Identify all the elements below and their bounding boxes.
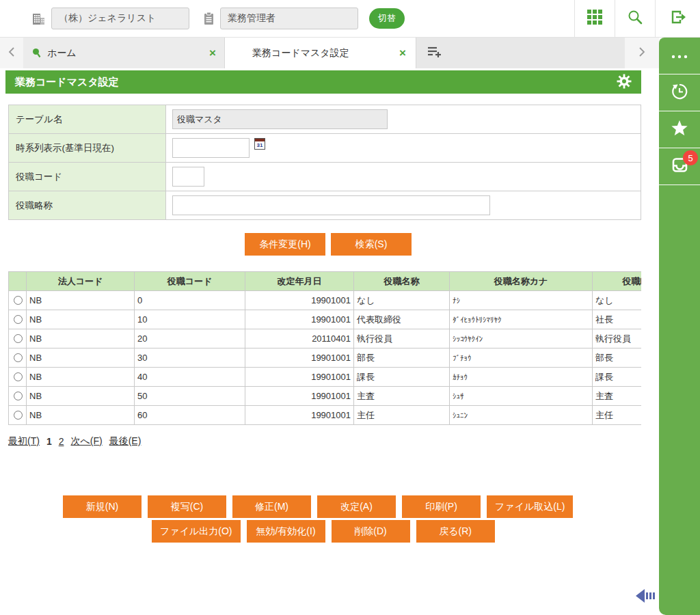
form-label: 役職略称 xyxy=(9,191,166,220)
row-select-radio[interactable] xyxy=(14,334,23,343)
search-icon xyxy=(627,9,643,28)
close-icon[interactable]: × xyxy=(399,47,406,59)
action-button[interactable]: 戻る(R) xyxy=(416,520,495,543)
cell-position-code: 50 xyxy=(135,387,245,406)
cell-corp-code: NB xyxy=(27,348,135,368)
action-button[interactable]: ファイル出力(O) xyxy=(152,520,241,543)
collapse-panel-button[interactable] xyxy=(634,588,658,606)
form-row: 時系列表示(基準日現在) 31 xyxy=(9,134,641,163)
history-icon xyxy=(670,82,689,104)
page-2-link[interactable]: 2 xyxy=(59,436,64,447)
form-value-cell xyxy=(166,163,641,191)
tab-home[interactable]: ホーム × xyxy=(23,38,225,68)
row-select-cell xyxy=(9,291,27,310)
calendar-icon[interactable]: 31 xyxy=(254,138,265,150)
row-select-radio[interactable] xyxy=(14,411,23,420)
action-button[interactable]: 複写(C) xyxy=(148,495,226,518)
cell-position-abbr: 部長 xyxy=(593,348,642,368)
cell-position-abbr: 主査 xyxy=(593,387,642,406)
position-code-input[interactable] xyxy=(172,167,204,187)
table-row: NB1019901001代表取締役ﾀﾞｲﾋｮｳﾄﾘｼﾏﾘﾔｸ社長 xyxy=(9,310,642,329)
action-button[interactable]: 改定(A) xyxy=(317,495,396,518)
column-header-5: 役職略称 xyxy=(593,272,642,291)
cell-revision-date: 19901001 xyxy=(245,368,354,387)
cell-position-code: 10 xyxy=(135,310,245,329)
history-button[interactable] xyxy=(659,74,700,111)
action-button[interactable]: 新規(N) xyxy=(63,495,142,518)
more-menu-button[interactable] xyxy=(659,38,700,74)
global-search-button[interactable] xyxy=(615,0,655,37)
cell-corp-code: NB xyxy=(27,291,135,310)
row-select-radio[interactable] xyxy=(14,296,23,305)
table-row: NB4019901001課長ｶﾁｮｳ課長 xyxy=(9,368,642,387)
cell-revision-date: 20110401 xyxy=(245,329,354,348)
row-select-cell xyxy=(9,329,27,348)
add-tab-button[interactable] xyxy=(416,38,452,68)
cell-position-kana: ﾀﾞｲﾋｮｳﾄﾘｼﾏﾘﾔｸ xyxy=(450,310,593,329)
form-value-cell xyxy=(166,191,641,220)
switch-button[interactable]: 切替 xyxy=(369,8,405,29)
column-header-3: 役職名称 xyxy=(354,272,450,291)
base-date-input[interactable] xyxy=(172,138,250,158)
collapse-arrow-icon xyxy=(634,596,658,606)
row-select-radio[interactable] xyxy=(14,392,23,400)
cell-position-code: 40 xyxy=(135,368,245,387)
actions-row1: 新規(N)複写(C)修正(M)改定(A)印刷(P)ファイル取込(L) xyxy=(63,495,659,518)
row-select-cell xyxy=(9,368,27,387)
position-abbr-input[interactable] xyxy=(172,195,490,215)
action-button[interactable]: 印刷(P) xyxy=(402,495,481,518)
results-table: 法人コード役職コード改定年月日役職名称役職名称カナ役職略称 NB01990100… xyxy=(8,271,641,425)
cell-position-kana: ｶﾁｮｳ xyxy=(450,368,593,387)
apps-grid-button[interactable] xyxy=(574,0,615,37)
action-button[interactable]: ファイル取込(L) xyxy=(487,495,573,518)
add-tab-icon xyxy=(427,45,442,61)
tab-scroll-left-button[interactable] xyxy=(0,38,23,68)
actions-row2: ファイル出力(O)無効/有効化(I)削除(D)戻る(R) xyxy=(152,520,659,543)
action-button[interactable]: 削除(D) xyxy=(332,520,410,543)
cell-position-name: 主任 xyxy=(354,406,450,425)
search-form: テーブル名 時系列表示(基準日現在) 31 役職コード 役職略称 xyxy=(8,105,641,220)
tab-active[interactable]: 業務コードマスタ設定 × xyxy=(225,38,416,68)
form-value-cell: 31 xyxy=(166,134,641,163)
tab-scroll-right-button[interactable] xyxy=(625,38,659,68)
cell-position-kana: ｼｯｺｳﾔｸｲﾝ xyxy=(450,329,593,348)
logout-button[interactable] xyxy=(655,0,700,37)
favorites-button[interactable] xyxy=(659,111,700,148)
cell-revision-date: 19901001 xyxy=(245,348,354,368)
form-row: テーブル名 xyxy=(9,105,641,134)
chevron-left-icon xyxy=(8,46,16,61)
cell-position-name: なし xyxy=(354,291,450,310)
results-table-container: 法人コード役職コード改定年月日役職名称役職名称カナ役職略称 NB01990100… xyxy=(8,271,641,425)
cell-revision-date: 19901001 xyxy=(245,387,354,406)
header-context-group: 切替 xyxy=(0,8,405,29)
cell-position-abbr: 執行役員 xyxy=(593,329,642,348)
building-icon xyxy=(31,12,46,26)
pagination: 最初(T) 1 2 次へ(F) 最後(E) xyxy=(8,435,659,448)
close-icon[interactable]: × xyxy=(209,47,216,59)
cell-position-code: 60 xyxy=(135,406,245,425)
cell-position-kana: ｼｭﾆﾝ xyxy=(450,406,593,425)
cell-position-abbr: なし xyxy=(593,291,642,310)
form-label: 役職コード xyxy=(9,163,166,191)
condition-change-button[interactable]: 条件変更(H) xyxy=(245,233,325,256)
search-button-group: 条件変更(H) 検索(S) xyxy=(245,233,659,256)
notification-badge: 5 xyxy=(683,150,698,165)
notifications-button[interactable]: 5 xyxy=(659,148,700,185)
row-select-radio[interactable] xyxy=(14,372,23,381)
action-button[interactable]: 修正(M) xyxy=(232,495,311,518)
first-page-link[interactable]: 最初(T) xyxy=(8,435,40,448)
row-select-radio[interactable] xyxy=(14,353,23,362)
search-submit-button[interactable]: 検索(S) xyxy=(331,233,412,256)
grid-icon xyxy=(587,9,603,28)
company-input[interactable] xyxy=(51,8,189,29)
screen: 切替 xyxy=(0,0,700,615)
settings-gear-button[interactable] xyxy=(617,74,632,91)
next-page-link[interactable]: 次へ(F) xyxy=(70,435,102,448)
cell-corp-code: NB xyxy=(27,406,135,425)
last-page-link[interactable]: 最後(E) xyxy=(109,435,142,448)
action-button[interactable]: 無効/有効化(I) xyxy=(247,520,325,543)
cell-revision-date: 19901001 xyxy=(245,291,354,310)
role-input[interactable] xyxy=(220,8,358,29)
page-title: 業務コードマスタ設定 xyxy=(15,76,119,89)
row-select-radio[interactable] xyxy=(14,315,23,324)
